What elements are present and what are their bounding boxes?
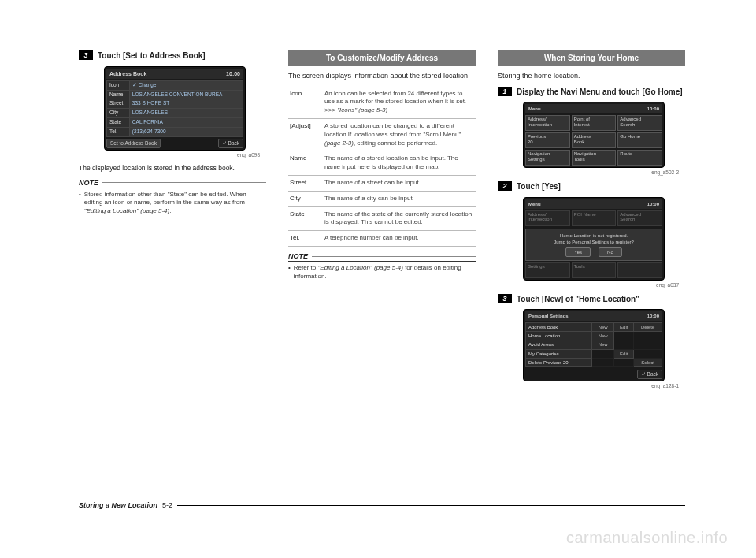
ps-label: Delete Previous 20 — [526, 358, 592, 366]
bullet-icon: • — [288, 264, 291, 281]
watermark: carmanualsonline.info — [566, 529, 728, 547]
footer-page: 5-2 — [162, 501, 172, 509]
after-text: The displayed location is stored in the … — [79, 164, 266, 173]
no-button[interactable]: No — [598, 247, 622, 257]
personal-settings-screenshot: Personal Settings 10:00 Address BookNewE… — [523, 309, 685, 381]
step-3b-row: 3 Touch [New] of "Home Location" — [498, 294, 685, 305]
screen-time: 10:00 — [226, 70, 240, 77]
screenshot-caption: eng_a128-1 — [498, 383, 679, 390]
spec-key: Name — [288, 151, 323, 176]
note-item: • Stored information other than "State" … — [79, 191, 266, 216]
menu-time: 10:00 — [647, 106, 659, 112]
menu-item[interactable]: AddressBook — [572, 132, 617, 148]
ps-label: My Categories — [526, 349, 592, 358]
navi-menu-screenshot: Menu 10:00 Address/IntersectionPoint ofI… — [523, 102, 685, 168]
dialog-time: 10:00 — [647, 201, 659, 207]
step-3b-text: Touch [New] of "Home Location" — [517, 294, 685, 305]
column-middle: To Customize/Modify Address The screen d… — [288, 50, 476, 395]
spec-key: City — [288, 191, 323, 206]
ps-button[interactable]: New — [592, 323, 614, 332]
menu-item-dim: AdvancedSearch — [617, 210, 662, 226]
menu-item[interactable]: NavigationTools — [572, 150, 617, 166]
menu-item[interactable]: Address/Intersection — [525, 115, 570, 131]
menu-item[interactable]: Go Home — [617, 132, 662, 148]
spec-key: Street — [288, 176, 323, 192]
note-heading-2: NOTE — [288, 251, 476, 262]
ps-button[interactable]: Select — [634, 358, 662, 366]
ab-val: LOS ANGELES CONVENTION BUREA — [129, 90, 243, 99]
ps-label: Address Book — [526, 323, 592, 332]
note-item-2: • Refer to "Editing a Location" (page 5-… — [288, 264, 476, 281]
menu-item[interactable]: NavigationSettings — [525, 150, 570, 166]
step-3-row: 3 Touch [Set to Address Book] — [79, 50, 266, 61]
ps-button[interactable]: New — [592, 332, 614, 340]
set-to-address-book-button[interactable]: Set to Address Book — [106, 139, 161, 149]
dialog-line2: Jump to Personal Settings to register? — [529, 239, 658, 245]
section-heading-home: When Storing Your Home — [498, 50, 685, 66]
spec-val: The name of a stored location can be inp… — [323, 151, 476, 176]
ab-key: Street — [107, 99, 130, 109]
page-footer: Storing a New Location 5-2 — [79, 501, 685, 509]
menu-item-dim: Settings — [525, 262, 570, 278]
step-badge-3: 3 — [79, 50, 93, 60]
ab-key: Tel. — [107, 127, 130, 136]
ab-val: ✓ Change — [129, 80, 243, 90]
menu-item[interactable]: Point ofInterest — [572, 115, 617, 131]
note-heading: NOTE — [79, 178, 266, 188]
screen-title: Address Book — [109, 70, 146, 77]
dialog-title: Menu — [528, 201, 541, 207]
ps-label: Home Location — [526, 332, 592, 340]
screenshot-caption: eng_a037 — [498, 282, 679, 289]
step-badge-3b: 3 — [498, 294, 512, 303]
screenshot-caption: eng_a502-2 — [498, 169, 679, 177]
spec-val: A telephone number can be input. — [323, 231, 476, 247]
ps-label: Avoid Areas — [526, 340, 592, 349]
column-right: When Storing Your Home Storing the home … — [498, 50, 685, 395]
spec-val: The name of a street can be input. — [323, 176, 476, 192]
menu-item-dim: Tools — [572, 262, 617, 278]
dialog-line1: Home Location is not registered. — [529, 232, 658, 239]
ab-key: State — [107, 118, 130, 128]
ab-val: (213)624-7300 — [129, 127, 243, 136]
ps-button[interactable]: Edit — [614, 349, 634, 358]
ab-val: CALIFORNIA — [129, 118, 243, 128]
dialog-box: Home Location is not registered. Jump to… — [525, 229, 662, 261]
address-book-screenshot: Address Book 10:00 Icon✓ ChangeNameLOS A… — [104, 66, 266, 151]
spec-val: An icon can be selected from 24 differen… — [323, 87, 476, 119]
ab-val: 333 S HOPE ST — [129, 99, 243, 109]
home-intro: Storing the home location. — [498, 71, 685, 80]
menu-item-dim: POI Name — [572, 210, 617, 226]
spec-key: Icon — [288, 87, 323, 119]
spec-key: Tel. — [288, 231, 323, 247]
step-badge-2: 2 — [498, 181, 512, 191]
spec-table: IconAn icon can be selected from 24 diff… — [288, 87, 476, 247]
menu-item[interactable]: AdvancedSearch — [617, 115, 662, 131]
ab-key: Name — [107, 90, 130, 99]
spec-key: State — [288, 206, 323, 231]
spec-val: The name of the state of the currently s… — [323, 206, 476, 231]
ps-button[interactable]: New — [592, 340, 614, 349]
spec-val: The name of a city can be input. — [323, 191, 476, 206]
column-left: 3 Touch [Set to Address Book] Address Bo… — [79, 50, 266, 395]
section-heading-customize: To Customize/Modify Address — [288, 50, 476, 66]
ab-val: LOS ANGELES — [129, 109, 243, 118]
menu-item[interactable]: Previous20 — [525, 132, 570, 148]
ps-button[interactable]: Delete — [634, 323, 662, 332]
step-badge-1: 1 — [498, 87, 512, 96]
menu-title: Menu — [528, 106, 541, 112]
spec-val: A stored location can be changed to a di… — [323, 119, 476, 151]
bullet-icon: • — [79, 191, 81, 216]
screenshot-caption: eng_a098 — [79, 152, 260, 159]
menu-item[interactable]: Route — [617, 150, 662, 166]
ab-key: Icon — [107, 80, 130, 90]
dialog-screenshot: Menu 10:00 Address/IntersectionPOI NameA… — [523, 197, 685, 281]
yes-button[interactable]: Yes — [565, 247, 591, 257]
back-button[interactable]: ⤶ Back — [218, 139, 243, 149]
step-2-text: Touch [Yes] — [517, 181, 685, 192]
ab-key: City — [107, 109, 130, 118]
ps-time: 10:00 — [647, 313, 659, 319]
menu-item-dim: Address/Intersection — [525, 210, 570, 226]
ps-button[interactable]: Edit — [614, 323, 634, 332]
step-1-text: Display the Navi Menu and touch [Go Home… — [517, 87, 685, 98]
back-button[interactable]: ⤶ Back — [637, 370, 662, 380]
